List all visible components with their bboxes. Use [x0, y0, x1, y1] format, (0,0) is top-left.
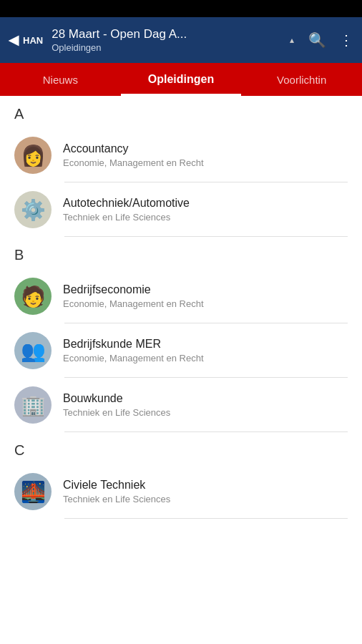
item-subtitle-bedrijfseconomie: Economie, Management en Recht — [63, 298, 348, 309]
avatar-autotechniek: ⚙️ — [14, 191, 52, 228]
section-letter-b: B — [0, 237, 362, 269]
more-icon[interactable]: ⋮ — [339, 31, 353, 49]
item-text-bedrijfseconomie: BedrijfseconomieEconomie, Management en … — [63, 283, 348, 309]
item-subtitle-bouwkunde: Techniek en Life Sciences — [63, 407, 348, 418]
section-letter-c: C — [0, 432, 362, 464]
avatar-bedrijfskunde: 👥 — [14, 332, 52, 369]
content-list: A👩AccountancyEconomie, Management en Rec… — [0, 96, 362, 644]
item-text-civiele: Civiele TechniekTechniek en Life Science… — [63, 479, 348, 504]
item-subtitle-bedrijfskunde: Economie, Management en Recht — [63, 353, 348, 364]
item-text-bouwkunde: BouwkundeTechniek en Life Sciences — [63, 392, 348, 418]
search-icon[interactable]: 🔍 — [308, 31, 326, 49]
list-item-bouwkunde[interactable]: 🏢BouwkundeTechniek en Life Sciences — [0, 378, 362, 432]
header-subtitle: Opleidingen — [52, 42, 281, 53]
item-subtitle-civiele: Techniek en Life Sciences — [63, 494, 348, 504]
list-item-accountancy[interactable]: 👩AccountancyEconomie, Management en Rech… — [0, 128, 362, 182]
item-text-accountancy: AccountancyEconomie, Management en Recht — [63, 142, 348, 168]
signal-icon: ▴ — [290, 35, 294, 45]
avatar-accountancy: 👩 — [14, 137, 52, 174]
item-title-bedrijfseconomie: Bedrijfseconomie — [63, 283, 348, 296]
item-text-autotechniek: Autotechniek/AutomotiveTechniek en Life … — [63, 197, 348, 223]
avatar-bedrijfseconomie: 🧑 — [14, 278, 52, 315]
item-subtitle-autotechniek: Techniek en Life Sciences — [63, 212, 348, 223]
list-item-bedrijfskunde[interactable]: 👥Bedrijfskunde MEREconomie, Management e… — [0, 323, 362, 378]
header-icons: 🔍 ⋮ — [308, 31, 353, 49]
list-item-civiele[interactable]: 🌉Civiele TechniekTechniek en Life Scienc… — [0, 464, 362, 519]
list-item-bedrijfseconomie[interactable]: 🧑BedrijfseconomieEconomie, Management en… — [0, 269, 362, 323]
item-text-bedrijfskunde: Bedrijfskunde MEREconomie, Management en… — [63, 338, 348, 364]
header-title-block: 28 Maart - Open Dag A... Opleidingen — [52, 27, 281, 52]
item-title-accountancy: Accountancy — [63, 142, 348, 155]
avatar-civiele: 🌉 — [14, 473, 52, 510]
han-logo[interactable]: ◀ HAN — [9, 32, 43, 48]
section-letter-a: A — [0, 96, 362, 128]
header-main-title: 28 Maart - Open Dag A... — [52, 27, 281, 42]
top-header: ◀ HAN 28 Maart - Open Dag A... Opleiding… — [0, 17, 362, 63]
tab-voorlichting[interactable]: Voorlichtin — [241, 63, 362, 96]
logo-text: HAN — [23, 35, 43, 46]
status-bar — [0, 0, 362, 17]
tab-bar: Nieuws Opleidingen Voorlichtin — [0, 63, 362, 96]
item-title-bouwkunde: Bouwkunde — [63, 392, 348, 405]
item-title-bedrijfskunde: Bedrijfskunde MER — [63, 338, 348, 351]
item-title-civiele: Civiele Techniek — [63, 479, 348, 492]
avatar-bouwkunde: 🏢 — [14, 386, 52, 424]
tab-nieuws[interactable]: Nieuws — [0, 63, 121, 96]
item-title-autotechniek: Autotechniek/Automotive — [63, 197, 348, 210]
item-subtitle-accountancy: Economie, Management en Recht — [63, 157, 348, 168]
list-item-autotechniek[interactable]: ⚙️Autotechniek/AutomotiveTechniek en Lif… — [0, 182, 362, 237]
tab-opleidingen[interactable]: Opleidingen — [121, 63, 242, 96]
back-arrow-icon[interactable]: ◀ — [9, 32, 19, 48]
